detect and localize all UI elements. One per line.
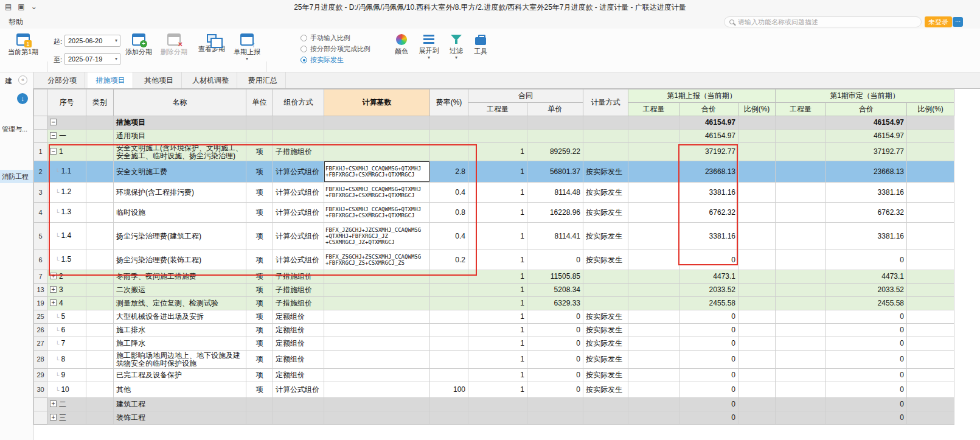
cell-seq[interactable]: └1.3 xyxy=(47,203,86,223)
tab-subsection-items[interactable]: 分部分项 xyxy=(40,72,85,88)
table-row[interactable]: 6└1.5扬尘污染治理费(装饰工程)项计算公式组价FBFX_ZSGCHJ+ZSC… xyxy=(34,250,954,270)
cell-r1_total[interactable]: 6762.32 xyxy=(679,203,738,223)
cell-measure[interactable] xyxy=(583,297,628,310)
cell-name[interactable]: 扬尘污染治理费(建筑工程) xyxy=(114,223,246,250)
cell-cat[interactable] xyxy=(86,324,114,337)
cell-r1_total[interactable]: 0 xyxy=(679,250,738,270)
cell-name[interactable]: 装饰工程 xyxy=(114,411,246,425)
cell-basis[interactable] xyxy=(324,337,430,351)
table-row[interactable]: 26└6施工排水项定额组价10按实际发生00 xyxy=(34,324,954,337)
cell-cat[interactable] xyxy=(86,382,114,398)
cell-cat[interactable] xyxy=(86,203,114,223)
cell-method[interactable] xyxy=(273,130,324,143)
table-row[interactable]: 3└1.2环境保护(含工程排污费)项计算公式组价FBFXHJ+CSXMHJ_CC… xyxy=(34,183,954,203)
login-status-badge[interactable]: 未登录 xyxy=(925,16,952,27)
cell-r1_total[interactable]: 3381.16 xyxy=(679,223,738,250)
cell-r1_total[interactable]: 23668.13 xyxy=(679,161,738,183)
table-row[interactable]: 5└1.4扬尘污染治理费(建筑工程)项计算公式组价FBFX_JZGCHJ+JZC… xyxy=(34,223,954,250)
cell-c_qty[interactable]: 1 xyxy=(468,250,527,270)
cell-r2_total[interactable]: 6762.32 xyxy=(826,203,907,223)
col-header-name[interactable]: 名称 xyxy=(114,89,246,116)
cell-r2_total[interactable]: 46154.97 xyxy=(826,130,907,143)
cell-handle[interactable] xyxy=(34,411,47,425)
cell-r1_ratio[interactable] xyxy=(738,324,776,337)
cell-handle[interactable]: 13 xyxy=(34,284,47,297)
cell-method[interactable]: 计算公式组价 xyxy=(273,161,324,183)
col-header-approve-ratio[interactable]: 比例(%) xyxy=(907,103,954,116)
cell-c_price[interactable]: 8114.41 xyxy=(527,223,583,250)
cell-r1_ratio[interactable] xyxy=(738,369,776,382)
radio-by-subsection[interactable]: 按分部分项完成比例 xyxy=(301,44,370,54)
cell-seq[interactable]: +4 xyxy=(47,297,86,310)
current-period-button[interactable]: 1 当前第1期 xyxy=(4,32,43,57)
cell-r1_qty[interactable] xyxy=(628,411,679,425)
table-row[interactable]: 30└10其他项计算公式组价10010按实际发生00 xyxy=(34,382,954,398)
cell-method[interactable] xyxy=(273,398,324,411)
radio-icon[interactable] xyxy=(301,35,307,41)
cell-basis[interactable] xyxy=(324,297,430,310)
cell-r1_qty[interactable] xyxy=(628,161,679,183)
cell-unit[interactable]: 项 xyxy=(246,382,273,398)
cell-unit[interactable]: 项 xyxy=(246,337,273,351)
col-header-category[interactable]: 类别 xyxy=(86,89,114,116)
cell-r1_qty[interactable] xyxy=(628,116,679,130)
cell-measure[interactable] xyxy=(583,130,628,143)
cell-rate[interactable] xyxy=(430,143,468,161)
cell-r2_qty[interactable] xyxy=(776,398,826,411)
cell-cat[interactable] xyxy=(86,411,114,425)
cell-c_price[interactable]: 5208.34 xyxy=(527,284,583,297)
expand-icon[interactable]: + xyxy=(50,286,57,293)
cell-r2_ratio[interactable] xyxy=(907,203,954,223)
cell-measure[interactable]: 按实际发生 xyxy=(583,183,628,203)
cell-r2_qty[interactable] xyxy=(776,324,826,337)
help-menu[interactable]: 帮助 xyxy=(9,15,23,29)
cell-r1_qty[interactable] xyxy=(628,351,679,369)
calendar-dropdown-icon[interactable]: ▾ xyxy=(115,35,117,46)
cell-r1_ratio[interactable] xyxy=(738,337,776,351)
cell-c_qty[interactable]: 1 xyxy=(468,203,527,223)
radio-by-actual[interactable]: 按实际发生 xyxy=(301,55,344,65)
cell-handle[interactable]: 27 xyxy=(34,337,47,351)
cell-unit[interactable]: 项 xyxy=(246,310,273,324)
cell-r2_qty[interactable] xyxy=(776,411,826,425)
cell-r1_ratio[interactable] xyxy=(738,310,776,324)
radio-selected-icon[interactable] xyxy=(301,57,307,63)
cell-c_qty[interactable]: 1 xyxy=(468,310,527,324)
cell-measure[interactable]: 按实际发生 xyxy=(583,351,628,369)
cell-r2_qty[interactable] xyxy=(776,382,826,398)
cell-r1_qty[interactable] xyxy=(628,398,679,411)
cell-cat[interactable] xyxy=(86,270,114,284)
cell-c_qty[interactable] xyxy=(468,411,527,425)
cell-r2_qty[interactable] xyxy=(776,310,826,324)
cell-r2_total[interactable]: 0 xyxy=(826,337,907,351)
cell-basis[interactable] xyxy=(324,398,430,411)
cell-r1_total[interactable]: 46154.97 xyxy=(679,130,738,143)
cell-cat[interactable] xyxy=(86,143,114,161)
cell-r2_total[interactable]: 3381.16 xyxy=(826,223,907,250)
cell-unit[interactable]: 项 xyxy=(246,270,273,284)
cell-basis[interactable] xyxy=(324,369,430,382)
tools-button[interactable]: 工具 xyxy=(468,32,493,56)
cell-r2_qty[interactable] xyxy=(776,369,826,382)
cell-handle[interactable]: 25 xyxy=(34,310,47,324)
cell-cat[interactable] xyxy=(86,398,114,411)
cell-rate[interactable] xyxy=(430,324,468,337)
collapse-icon[interactable]: − xyxy=(50,148,57,155)
cell-r2_total[interactable]: 2033.52 xyxy=(826,284,907,297)
collapse-icon[interactable]: − xyxy=(50,132,57,139)
cell-r2_qty[interactable] xyxy=(776,116,826,130)
cell-r1_qty[interactable] xyxy=(628,382,679,398)
cell-rate[interactable] xyxy=(430,411,468,425)
cell-c_price[interactable]: 0 xyxy=(527,250,583,270)
chevron-down-icon[interactable]: ▾ xyxy=(415,55,443,60)
cell-r1_qty[interactable] xyxy=(628,203,679,223)
cell-name[interactable]: 建筑工程 xyxy=(114,398,246,411)
cell-r2_qty[interactable] xyxy=(776,250,826,270)
cell-r2_ratio[interactable] xyxy=(907,369,954,382)
cell-method[interactable]: 子措施组价 xyxy=(273,297,324,310)
cell-c_qty[interactable]: 1 xyxy=(468,324,527,337)
cell-seq[interactable]: └1.5 xyxy=(47,250,86,270)
cell-r1_qty[interactable] xyxy=(628,270,679,284)
sidebar-download-icon[interactable]: ↓ xyxy=(17,93,28,104)
cell-basis[interactable]: FBFX_JZGCHJ+JZCSXMHJ_CCAQWMSG +QTXMHJ+FB… xyxy=(324,223,430,250)
